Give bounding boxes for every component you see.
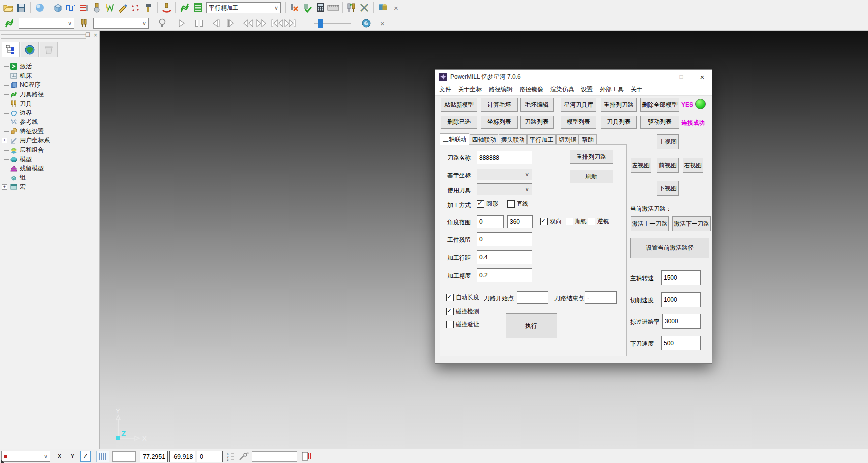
go-to-start-icon[interactable]	[271, 17, 284, 30]
sim-clock-icon[interactable]	[360, 17, 373, 30]
toolpath-list-button[interactable]: 刀路列表	[520, 116, 554, 129]
raster-strategy-icon[interactable]	[64, 1, 77, 14]
play-icon[interactable]	[175, 17, 188, 30]
tool-holder-icon[interactable]	[142, 1, 155, 14]
shaded-view-icon[interactable]	[33, 1, 46, 14]
maximize-button[interactable]: □	[673, 70, 689, 84]
tool-dropdown[interactable]: ∨	[477, 183, 532, 195]
pattern-pencil-icon[interactable]	[116, 1, 129, 14]
cutting-feed-input[interactable]	[661, 292, 701, 307]
tab-help[interactable]: 帮助	[579, 134, 597, 145]
stepover-input[interactable]	[477, 250, 532, 264]
tree-item-machine[interactable]: 机床	[2, 71, 99, 81]
angle-end-input[interactable]	[507, 215, 533, 228]
grid-size-input[interactable]	[112, 451, 136, 462]
left-view-button[interactable]: 左视图	[631, 158, 651, 173]
collision-avoid-checkbox[interactable]	[446, 321, 454, 328]
refresh-button[interactable]: 刷新	[570, 170, 613, 183]
pause-icon[interactable]	[192, 17, 205, 30]
panel-grip[interactable]	[1, 32, 86, 35]
spindle-speed-input[interactable]	[661, 270, 701, 285]
coord-list-button[interactable]: 坐标列表	[481, 116, 518, 129]
step-back-icon[interactable]	[209, 17, 222, 30]
measure-icon[interactable]	[327, 1, 340, 14]
block-icon[interactable]	[52, 1, 64, 14]
dialog-titlebar[interactable]: PowerMILL 忆梦星河 7.0.6 — □ ×	[435, 70, 712, 84]
go-to-end-icon[interactable]	[284, 17, 296, 30]
tree-item-levels-sets[interactable]: 层和组合	[2, 145, 99, 155]
activate-prev-button[interactable]: 激活上一刀路	[631, 216, 669, 231]
tree-item-stock-models[interactable]: 残留模型	[2, 164, 99, 174]
plunge-feed-input[interactable]	[661, 336, 701, 350]
open-project-icon[interactable]	[2, 1, 15, 14]
close-panel-icon[interactable]: ×	[94, 32, 97, 39]
menu-path-mirror[interactable]: 路径镜像	[520, 85, 543, 94]
expand-icon[interactable]: +	[2, 184, 7, 190]
feeds-speeds-icon[interactable]	[160, 1, 173, 14]
tab-explorer-tree[interactable]	[2, 42, 20, 57]
end-point-input[interactable]	[585, 291, 617, 304]
lamp-icon[interactable]	[156, 17, 169, 30]
tree-item-feature-sets[interactable]: 特征设置	[2, 127, 99, 136]
close-button[interactable]: ×	[693, 70, 712, 84]
execute-button[interactable]: 执行	[506, 313, 557, 338]
tool-swap-icon[interactable]	[358, 1, 371, 14]
coord-dropdown[interactable]: ∨	[477, 169, 532, 180]
rearrange-button[interactable]: 重排列刀路	[570, 150, 613, 164]
tree-item-models[interactable]: 模型	[2, 155, 99, 164]
toolpath-name-input[interactable]	[477, 151, 532, 164]
menu-about[interactable]: 关于	[631, 85, 642, 94]
panel-grip[interactable]	[1, 36, 86, 39]
calc-block-button[interactable]: 计算毛坯	[481, 98, 518, 112]
menu-path-edit[interactable]: 路径编辑	[489, 85, 513, 94]
z-levels-icon[interactable]	[77, 1, 90, 14]
slider-handle[interactable]	[318, 19, 323, 28]
probe-icon[interactable]	[239, 452, 250, 462]
model-list-button[interactable]: 模型列表	[561, 116, 596, 129]
delete-all-models-button[interactable]: 删除全部模型	[640, 98, 679, 112]
block-edit-button[interactable]: 毛坯编辑	[520, 98, 554, 112]
tree-item-nc-programs[interactable]: NC程序	[2, 80, 99, 90]
auto-length-checkbox[interactable]	[446, 294, 454, 301]
drive-list-button[interactable]: 驱动列表	[640, 116, 679, 129]
tab-saw[interactable]: 切割锯	[556, 134, 579, 145]
axis-y-button[interactable]: Y	[67, 451, 78, 462]
paste-new-model-button[interactable]: 粘贴新模型	[441, 98, 477, 112]
calculator-icon[interactable]	[314, 1, 327, 14]
menu-coords[interactable]: 关于坐标	[458, 85, 482, 94]
rewind-icon[interactable]	[242, 17, 255, 30]
sim-tool-dropdown[interactable]: ∨	[93, 18, 149, 29]
line-checkbox[interactable]	[507, 200, 515, 208]
top-view-button[interactable]: 上视图	[657, 134, 679, 149]
tab-recycle-bin[interactable]	[40, 42, 58, 57]
skim-feed-input[interactable]	[662, 314, 701, 329]
grid-toggle-button[interactable]	[96, 451, 109, 462]
tree-item-toolpaths[interactable]: 刀具路径	[2, 90, 99, 99]
set-active-path-button[interactable]: 设置当前激活路径	[630, 238, 709, 258]
menu-settings[interactable]: 设置	[581, 85, 593, 94]
minimize-button[interactable]: —	[653, 70, 669, 84]
float-panel-icon[interactable]: ❐	[85, 32, 90, 38]
stock-input[interactable]	[477, 232, 532, 246]
clipboard-status-icon[interactable]	[301, 451, 311, 463]
save-project-icon[interactable]	[15, 1, 28, 14]
active-strategy-dropdown[interactable]: 平行精加工 ∨	[206, 2, 281, 13]
menu-file[interactable]: 文件	[439, 85, 451, 94]
circle-checkbox[interactable]	[477, 200, 484, 208]
close-toolbar-icon[interactable]: ×	[389, 1, 402, 14]
climb-checkbox[interactable]	[566, 218, 573, 225]
tree-item-boundaries[interactable]: 边界	[2, 108, 99, 117]
tab-4axis[interactable]: 四轴联动	[470, 134, 498, 145]
menu-render-sim[interactable]: 渲染仿真	[550, 85, 574, 94]
boundary-w-icon[interactable]	[103, 1, 116, 14]
tool-library-button[interactable]: 星河刀具库	[561, 98, 596, 112]
angle-start-input[interactable]	[477, 215, 504, 228]
bottom-view-button[interactable]: 下视图	[657, 181, 679, 196]
probe-dropdown[interactable]: ∨	[1, 451, 50, 462]
tab-web-view[interactable]	[21, 42, 39, 57]
toolpath-icon[interactable]	[178, 1, 191, 14]
start-point-input[interactable]	[517, 291, 548, 304]
points-icon[interactable]	[129, 1, 142, 14]
cancel-toolpath-icon[interactable]	[288, 1, 301, 14]
tool-list-button[interactable]: 刀具列表	[601, 116, 637, 129]
